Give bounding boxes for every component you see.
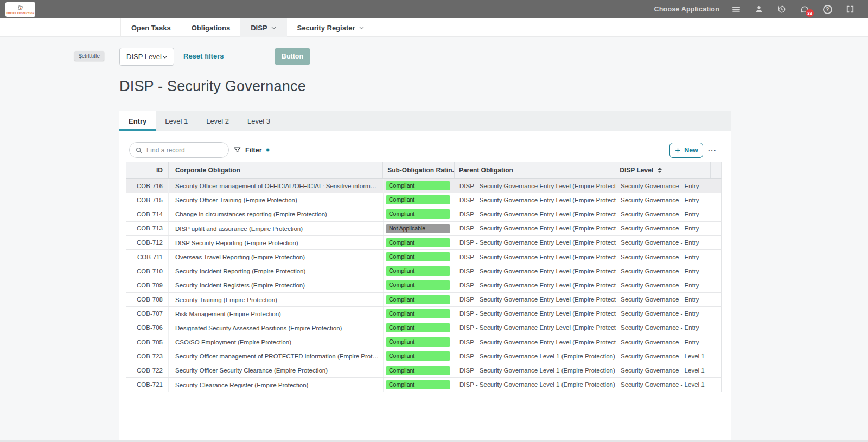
cell-id: COB-711	[126, 250, 169, 264]
rating-badge: Compliant	[386, 181, 450, 190]
new-button-label: New	[684, 146, 698, 154]
choose-application-link[interactable]: Choose Application	[654, 5, 719, 13]
cell-parent: DISP - Security Governance Entry Level (…	[455, 321, 616, 335]
table-row[interactable]: COB-707 Risk Management (Empire Protecti…	[126, 307, 722, 321]
cell-obligation: Security Officer management of PROTECTED…	[169, 349, 384, 363]
cell-id: COB-723	[126, 349, 169, 363]
tab-entry[interactable]: Entry	[119, 111, 156, 131]
ctrl-title-tag: $ctrl.title	[74, 51, 104, 61]
table-row[interactable]: COB-714 Change in circumstances reportin…	[126, 207, 722, 221]
chevron-down-icon	[162, 54, 168, 60]
table-row[interactable]: COB-721 Security Clearance Register (Emp…	[126, 378, 722, 392]
table-row[interactable]: COB-716 Security Officer management of O…	[126, 179, 722, 193]
more-options-button[interactable]: ···	[708, 143, 717, 158]
filter-label: Filter	[245, 146, 262, 154]
rating-badge: Compliant	[386, 195, 450, 204]
nav-item-label: Obligations	[192, 24, 231, 32]
records-table: ID Corporate Obligation Sub-Obligation R…	[126, 162, 722, 392]
plus-icon	[674, 147, 681, 154]
nav-item-open-tasks[interactable]: Open Tasks	[121, 18, 181, 37]
table-row[interactable]: COB-709 Security Incident Registers (Emp…	[126, 278, 722, 292]
disp-level-dropdown[interactable]: DISP Level	[119, 48, 174, 66]
column-header-obligation[interactable]: Corporate Obligation	[169, 162, 383, 178]
table-row[interactable]: COB-708 Security Training (Empire Protec…	[126, 293, 722, 307]
nav-item-disp[interactable]: DISP	[240, 18, 286, 37]
cell-parent: DISP - Security Governance Entry Level (…	[455, 207, 616, 221]
table-row[interactable]: COB-711 Overseas Travel Reporting (Empir…	[126, 250, 722, 264]
help-button[interactable]: ?	[821, 3, 833, 15]
table-row[interactable]: COB-710 Security Incident Reporting (Emp…	[126, 264, 722, 278]
rating-badge: Compliant	[386, 295, 450, 304]
table-row[interactable]: COB-723 Security Officer management of P…	[126, 349, 722, 363]
table-header-row: ID Corporate Obligation Sub-Obligation R…	[126, 162, 722, 179]
cell-id: COB-721	[126, 378, 169, 392]
chat-button[interactable]: 38	[799, 3, 810, 15]
search-icon	[135, 146, 143, 154]
cell-parent: DISP - Security Governance Entry Level (…	[455, 335, 616, 349]
sort-icon[interactable]	[658, 168, 662, 173]
cell-parent: DISP - Security Governance Entry Level (…	[455, 307, 616, 321]
search-box[interactable]	[129, 142, 229, 158]
nav-item-label: DISP	[251, 24, 267, 32]
cell-id: COB-713	[126, 222, 169, 235]
cell-level: Security Governance - Entry	[616, 222, 712, 235]
cell-obligation: DISP uplift and assurance (Empire Protec…	[169, 222, 384, 235]
cell-id: COB-706	[126, 321, 169, 335]
tab-label: Level 2	[206, 117, 229, 125]
primary-nav: Open Tasks Obligations DISP Security Reg…	[0, 18, 868, 37]
cell-obligation: Security Officer Training (Empire Protec…	[169, 193, 384, 207]
cell-level: Security Governance - Entry	[616, 307, 712, 321]
cell-id: COB-707	[126, 307, 169, 321]
disp-level-dropdown-value: DISP Level	[126, 53, 162, 61]
new-record-button[interactable]: New	[669, 143, 703, 158]
nav-item-obligations[interactable]: Obligations	[181, 18, 241, 37]
reset-filters-link[interactable]: Reset filters	[183, 52, 224, 60]
cell-level: Security Governance - Entry	[616, 207, 712, 221]
bottom-scroll-strip[interactable]	[0, 440, 868, 442]
column-header-disp-level[interactable]: DISP Level	[615, 162, 711, 178]
cell-parent: DISP - Security Governance Level 1 (Empi…	[455, 378, 616, 392]
cell-obligation: Security Officer Security Clearance (Emp…	[169, 363, 384, 377]
page-background: $ctrl.title DISP Level Reset filters But…	[0, 37, 868, 440]
table-row[interactable]: COB-706 Designated Security Assessed Pos…	[126, 321, 722, 335]
expand-icon	[845, 4, 855, 14]
cell-id: COB-705	[126, 335, 169, 349]
rating-badge: Not Applicable	[386, 224, 450, 233]
column-header-parent[interactable]: Parent Obligation	[455, 162, 615, 178]
app-menu-button[interactable]	[730, 3, 742, 15]
table-row[interactable]: COB-715 Security Officer Training (Empir…	[126, 193, 722, 207]
tab-level-1[interactable]: Level 1	[156, 111, 197, 131]
column-header-id[interactable]: ID	[126, 162, 169, 178]
rating-badge: Compliant	[386, 209, 450, 219]
tab-level-3[interactable]: Level 3	[238, 111, 279, 131]
filter-control[interactable]: Filter	[233, 142, 270, 158]
cell-level: Security Governance - Entry	[616, 293, 712, 306]
page-title: DISP - Security Governance	[119, 78, 306, 95]
cell-level: Security Governance - Entry	[616, 278, 712, 292]
nav-item-security-register[interactable]: Security Register	[287, 18, 375, 37]
table-toolbar: Filter New ···	[119, 131, 731, 162]
cell-id: COB-722	[126, 363, 169, 377]
column-header-rating[interactable]: Sub-Obligation Ratin...	[383, 162, 455, 178]
table-row[interactable]: COB-705 CSO/SO Employment (Empire Protec…	[126, 335, 722, 349]
chevron-down-icon	[359, 25, 365, 31]
rating-badge: Compliant	[386, 266, 450, 276]
history-button[interactable]	[776, 3, 788, 15]
top-header: EMPIRE PROTECTION Choose Application	[0, 0, 868, 18]
tab-level-2[interactable]: Level 2	[197, 111, 238, 131]
table-row[interactable]: COB-712 DISP Security Reporting (Empire …	[126, 236, 722, 250]
generic-button[interactable]: Button	[275, 48, 310, 65]
search-input[interactable]	[146, 146, 223, 154]
column-header-gutter	[711, 162, 721, 178]
logo[interactable]: EMPIRE PROTECTION	[5, 2, 35, 17]
table-row[interactable]: COB-722 Security Officer Security Cleara…	[126, 363, 722, 377]
cell-parent: DISP - Security Governance Entry Level (…	[455, 264, 616, 278]
cell-parent: DISP - Security Governance Level 1 (Empi…	[455, 349, 616, 363]
expand-button[interactable]	[844, 3, 856, 15]
chevron-down-icon	[271, 25, 277, 31]
hamburger-icon	[731, 4, 741, 14]
cell-level: Security Governance - Entry	[616, 193, 712, 207]
rating-badge: Compliant	[386, 337, 450, 347]
user-button[interactable]	[753, 3, 765, 15]
table-row[interactable]: COB-713 DISP uplift and assurance (Empir…	[126, 222, 722, 236]
